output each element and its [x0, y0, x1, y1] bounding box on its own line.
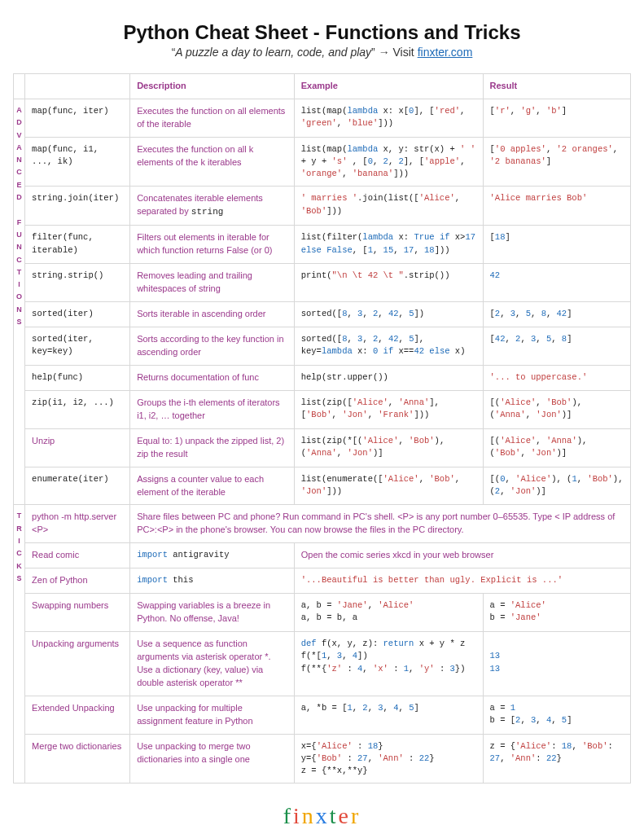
table-row: T R I C K Spython -m http.server <P>Shar…	[14, 505, 631, 543]
table-row: A D V A N C E D F U N C T I O N Smap(fun…	[14, 99, 631, 137]
fn-result: 42	[483, 264, 630, 302]
table-row: Unpacking argumentsUse a sequence as fun…	[14, 632, 631, 696]
fn-result: [42, 2, 3, 5, 8]	[483, 327, 630, 366]
fn-name: Unzip	[25, 428, 130, 467]
table-row: Read comicimport antigravityOpen the com…	[14, 543, 631, 568]
table-row: Extended UnpackingUse unpacking for mult…	[14, 696, 631, 734]
table-row: Swapping numbersSwapping variables is a …	[14, 594, 631, 632]
fn-result: '... to uppercase.'	[483, 365, 630, 390]
fn-example: help(str.upper())	[294, 365, 483, 390]
fn-result: ['r', 'g', 'b']	[483, 99, 630, 137]
table-row: sorted(iter)Sorts iterable in ascending …	[14, 302, 631, 327]
table-header-row: Description Example Result	[14, 74, 631, 99]
fn-name: sorted(iter, key=key)	[25, 327, 130, 366]
trick-result: a = 'Alice'b = 'Jane'	[483, 594, 630, 632]
trick-result: z = {'Alice': 18, 'Bob': 27, 'Ann': 22}	[483, 734, 630, 784]
table-row: sorted(iter, key=key)Sorts according to …	[14, 327, 631, 366]
trick-description: Share files between PC and phone? Run co…	[130, 505, 631, 543]
fn-description: Sorts iterable in ascending order	[130, 302, 295, 327]
fn-result: [('Alice', 'Anna'), ('Bob', 'Jon')]	[483, 428, 630, 467]
table-row: help(func)Returns documentation of funch…	[14, 365, 631, 390]
fn-example: list(zip(['Alice', 'Anna'], ['Bob', 'Jon…	[294, 390, 483, 428]
cheat-sheet-table: Description Example Result A D V A N C E…	[13, 73, 631, 784]
tagline: A puzzle a day to learn, code, and play	[175, 46, 371, 59]
col-result: Result	[483, 74, 630, 99]
trick-example: a, *b = [1, 2, 3, 4, 5]	[294, 696, 483, 734]
trick-result: 1313	[483, 632, 630, 696]
fn-description: Filters out elements in iterable for whi…	[130, 226, 295, 264]
trick-example-result: Open the comic series xkcd in your web b…	[294, 543, 630, 568]
table-row: Zen of Pythonimport this'...Beautiful is…	[14, 568, 631, 594]
trick-name: Swapping numbers	[25, 594, 130, 632]
fn-example: ' marries '.join(list(['Alice', 'Bob']))	[294, 187, 483, 226]
fn-result: [('Alice', 'Bob'), ('Anna', 'Jon')]	[483, 390, 630, 428]
trick-name: Read comic	[25, 543, 130, 568]
fn-result: 'Alice marries Bob'	[483, 187, 630, 226]
col-name	[25, 74, 130, 99]
finxter-link[interactable]: finxter.com	[418, 46, 473, 59]
trick-result: a = 1b = [2, 3, 4, 5]	[483, 696, 630, 734]
trick-name: Zen of Python	[25, 568, 130, 594]
brand-footer: finxter	[13, 803, 631, 829]
section-label-tricks: T R I C K S	[14, 505, 25, 784]
fn-example: sorted([8, 3, 2, 42, 5], key=lambda x: 0…	[294, 327, 483, 366]
table-row: string.strip()Removes leading and traili…	[14, 264, 631, 302]
arrow-icon: →	[379, 46, 390, 59]
fn-example: list(enumerate(['Alice', 'Bob', 'Jon']))	[294, 467, 483, 505]
fn-description: Concatenates iterable elements separated…	[130, 187, 295, 226]
col-category	[14, 74, 25, 99]
fn-example: list(zip(*[('Alice', 'Bob'), ('Anna', 'J…	[294, 428, 483, 467]
fn-description: Returns documentation of func	[130, 365, 295, 390]
trick-description: Use unpacking to merge two dictionaries …	[130, 734, 295, 784]
page-subtitle: “A puzzle a day to learn, code, and play…	[13, 46, 631, 59]
fn-example: list(map(lambda x: x[0], ['red', 'green'…	[294, 99, 483, 137]
fn-name: help(func)	[25, 365, 130, 390]
fn-result: ['0 apples', '2 oranges', '2 bananas']	[483, 137, 630, 187]
fn-description: Assigns a counter value to each element …	[130, 467, 295, 505]
fn-name: string.join(iter)	[25, 187, 130, 226]
fn-description: Equal to: 1) unpack the zipped list, 2) …	[130, 428, 295, 467]
fn-result: [2, 3, 5, 8, 42]	[483, 302, 630, 327]
col-description: Description	[130, 74, 295, 99]
table-row: filter(func, iterable)Filters out elemen…	[14, 226, 631, 264]
trick-description: Use unpacking for multiple assignment fe…	[130, 696, 295, 734]
table-row: map(func, i1, ..., ik)Executes the funct…	[14, 137, 631, 187]
fn-description: Removes leading and trailing whitespaces…	[130, 264, 295, 302]
fn-name: sorted(iter)	[25, 302, 130, 327]
table-row: string.join(iter)Concatenates iterable e…	[14, 187, 631, 226]
fn-name: filter(func, iterable)	[25, 226, 130, 264]
trick-description: import this	[130, 568, 295, 594]
table-row: UnzipEqual to: 1) unpack the zipped list…	[14, 428, 631, 467]
trick-name: python -m http.server <P>	[25, 505, 130, 543]
fn-name: string.strip()	[25, 264, 130, 302]
trick-example: def f(x, y, z): return x + y * zf(*[1, 3…	[294, 632, 483, 696]
trick-description: Swapping variables is a breeze in Python…	[130, 594, 295, 632]
trick-example: x={'Alice' : 18}y={'Bob' : 27, 'Ann' : 2…	[294, 734, 483, 784]
table-row: Merge two dictionariesUse unpacking to m…	[14, 734, 631, 784]
trick-description: import antigravity	[130, 543, 295, 568]
trick-description: Use a sequence as function arguments via…	[130, 632, 295, 696]
col-example: Example	[294, 74, 483, 99]
fn-name: map(func, iter)	[25, 99, 130, 137]
fn-description: Groups the i-th elements of iterators i1…	[130, 390, 295, 428]
fn-description: Executes the function on all elements of…	[130, 99, 295, 137]
section-label-advanced-functions: A D V A N C E D F U N C T I O N S	[14, 99, 25, 505]
fn-result: [(0, 'Alice'), (1, 'Bob'), (2, 'Jon')]	[483, 467, 630, 505]
table-row: enumerate(iter)Assigns a counter value t…	[14, 467, 631, 505]
trick-name: Unpacking arguments	[25, 632, 130, 696]
page-title: Python Cheat Sheet - Functions and Trick…	[13, 21, 631, 44]
fn-name: zip(i1, i2, ...)	[25, 390, 130, 428]
fn-result: [18]	[483, 226, 630, 264]
fn-name: enumerate(iter)	[25, 467, 130, 505]
trick-example-result: '...Beautiful is better than ugly. Expli…	[294, 568, 630, 594]
trick-example: a, b = 'Jane', 'Alice'a, b = b, a	[294, 594, 483, 632]
fn-example: list(map(lambda x, y: str(x) + ' ' + y +…	[294, 137, 483, 187]
table-row: zip(i1, i2, ...)Groups the i-th elements…	[14, 390, 631, 428]
fn-example: list(filter(lambda x: True if x>17 else …	[294, 226, 483, 264]
visit-label: Visit	[393, 46, 414, 59]
fn-example: print("\n \t 42 \t ".strip())	[294, 264, 483, 302]
trick-name: Extended Unpacking	[25, 696, 130, 734]
fn-description: Sorts according to the key function in a…	[130, 327, 295, 366]
cheat-sheet-page: Python Cheat Sheet - Functions and Trick…	[0, 0, 644, 834]
fn-example: sorted([8, 3, 2, 42, 5])	[294, 302, 483, 327]
